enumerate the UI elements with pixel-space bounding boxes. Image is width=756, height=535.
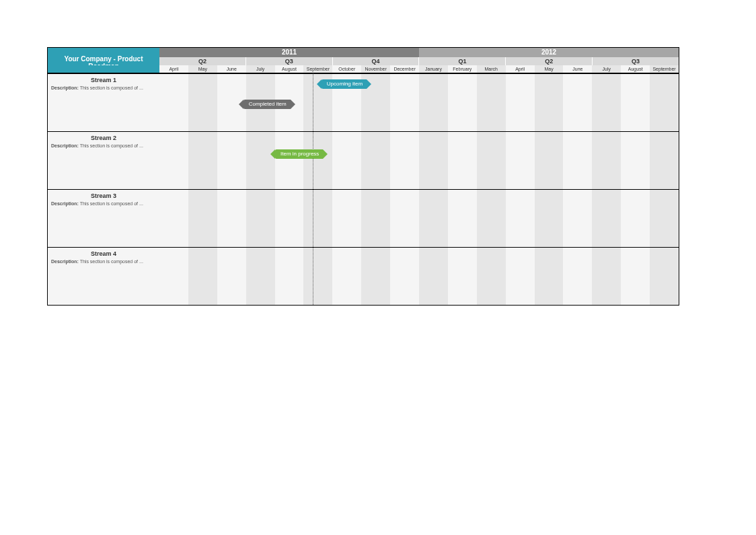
month-march-2012: March (477, 65, 506, 73)
month-july-2012: July (592, 65, 621, 73)
months-header: April May June July August September Oct… (159, 65, 679, 73)
month-june-2011: June (217, 65, 246, 73)
month-september-2012: September (650, 65, 679, 73)
quarter-q1-2012: Q1 (418, 57, 505, 65)
month-april-2012: April (506, 65, 535, 73)
month-may-2011: May (188, 65, 217, 73)
task-upcoming-label: Upcoming item (327, 81, 363, 87)
stream-3-name: Stream 3 (51, 192, 156, 199)
month-february-2012: February (448, 65, 477, 73)
stream-1: Stream 1 Description: This section is co… (48, 73, 679, 131)
month-november-2011: November (361, 65, 390, 73)
quarter-q2-2012: Q2 (505, 57, 592, 65)
month-august-2011: August (275, 65, 304, 73)
stream-1-name: Stream 1 (51, 77, 156, 83)
stream-2-name: Stream 2 (51, 135, 156, 141)
quarter-q3-2011: Q3 (245, 57, 332, 65)
month-october-2011: October (332, 65, 361, 73)
task-completed[interactable]: Completed item (243, 100, 291, 109)
quarter-q4-2011: Q4 (332, 57, 419, 65)
stream-1-description: Description: This section is composed of… (51, 85, 156, 90)
streams-area: Stream 1 Description: This section is co… (48, 73, 679, 305)
stream-2-description: Description: This section is composed of… (51, 143, 156, 148)
stream-3: Stream 3 Description: This section is co… (48, 189, 679, 247)
task-upcoming[interactable]: Upcoming item (322, 79, 367, 89)
quarter-q2-2011: Q2 (159, 57, 245, 65)
task-completed-label: Completed item (249, 101, 287, 107)
month-june-2012: June (563, 65, 592, 73)
month-january-2012: January (419, 65, 448, 73)
month-july-2011: July (246, 65, 275, 73)
quarter-q3-2012: Q3 (592, 57, 679, 65)
stream-2: Stream 2 Description: This section is co… (48, 131, 679, 189)
stream-4: Stream 4 Description: This section is co… (48, 247, 679, 305)
month-august-2012: August (621, 65, 650, 73)
month-may-2012: May (535, 65, 564, 73)
task-in-progress-label: Item in progress (280, 151, 319, 157)
month-april-2011: April (159, 65, 188, 73)
stream-3-description: Description: This section is composed of… (51, 201, 156, 206)
task-in-progress[interactable]: Item in progress (275, 149, 323, 159)
today-indicator (313, 73, 313, 305)
stream-4-name: Stream 4 (51, 250, 156, 257)
roadmap-container: Your Company - Product Roadmap 2011 2012… (47, 47, 679, 306)
stream-4-description: Description: This section is composed of… (51, 259, 156, 264)
month-september-2011: September (303, 65, 332, 73)
month-december-2011: December (390, 65, 419, 73)
